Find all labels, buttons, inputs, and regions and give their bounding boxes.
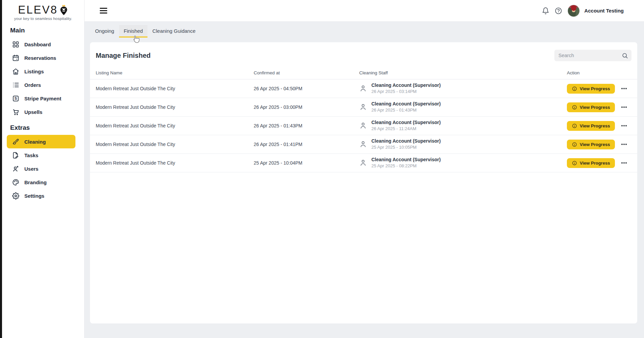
home-icon (12, 68, 19, 75)
view-progress-button[interactable]: View Progress (567, 121, 615, 131)
table-row: Modern Retreat Just Outside The City 26 … (90, 135, 637, 154)
staff-name: Cleaning Account (Supervisor) (371, 101, 441, 107)
sidebar-item-label: Cleaning (24, 139, 46, 145)
column-header-confirmed-at: Confirmed at (254, 70, 359, 75)
sidebar-item-label: Stripe Payment (24, 96, 61, 101)
info-icon (572, 161, 577, 166)
tab-cleaning-guidance[interactable]: Cleaning Guidance (147, 25, 200, 38)
action-cell: View Progress (567, 158, 630, 168)
search-input[interactable] (558, 53, 622, 58)
sidebar-item-orders[interactable]: Orders (7, 78, 75, 92)
column-header-cleaning-staff: Cleaning Staff (359, 70, 567, 75)
row-more-button[interactable] (621, 142, 627, 147)
row-more-button[interactable] (621, 123, 627, 128)
sidebar-item-label: Listings (24, 69, 44, 74)
table-row: Modern Retreat Just Outside The City 26 … (90, 117, 637, 135)
sidebar-item-label: Branding (24, 179, 47, 185)
staff-time: 26 Apr 2025 - 11:24AM (371, 126, 441, 132)
user-plus-icon (12, 165, 19, 172)
sidebar-item-dashboard[interactable]: Dashboard (7, 38, 75, 51)
table-header: Listing Name Confirmed at Cleaning Staff… (90, 67, 637, 79)
row-more-button[interactable] (621, 104, 627, 110)
user-icon (359, 140, 367, 148)
column-header-action: Action (567, 70, 630, 75)
confirmed-at-cell: 26 Apr 2025 - 04:50PM (254, 86, 359, 91)
staff-name: Cleaning Account (Supervisor) (371, 82, 441, 89)
staff-name: Cleaning Account (Supervisor) (371, 120, 441, 126)
sidebar-item-users[interactable]: Users (7, 162, 75, 175)
sidebar-heading-main: Main (10, 27, 84, 34)
listing-name-cell: Modern Retreat Just Outside The City (96, 86, 254, 91)
action-cell: View Progress (567, 140, 630, 149)
sidebar-item-settings[interactable]: Settings (7, 189, 75, 202)
sidebar-item-branding[interactable]: Branding (7, 175, 75, 189)
staff-time: 26 Apr 2025 - 03:14PM (371, 89, 441, 95)
sidebar-section-extras: Extras Cleaning Tasks Users Branding Set… (2, 124, 84, 202)
view-progress-button[interactable]: View Progress (567, 102, 615, 112)
action-cell: View Progress (567, 102, 630, 112)
app-root: ELEV8 your key to seamless hospitality. … (0, 0, 644, 338)
listing-name-cell: Modern Retreat Just Outside The City (96, 123, 254, 128)
sidebar-item-label: Orders (24, 82, 41, 88)
info-icon (572, 105, 577, 110)
help-icon[interactable] (555, 7, 562, 15)
manage-finished-card: Manage Finished Listing Name Confirmed a… (90, 42, 637, 323)
notifications-bell-icon[interactable] (542, 7, 549, 15)
staff-time: 25 Apr 2025 - 08:22PM (371, 163, 441, 169)
tab-ongoing[interactable]: Ongoing (90, 25, 119, 38)
confirmed-at-cell: 26 Apr 2025 - 01:43PM (254, 123, 359, 128)
hamburger-menu-button[interactable] (100, 8, 107, 14)
search-box (554, 50, 631, 61)
staff-name: Cleaning Account (Supervisor) (371, 157, 441, 163)
confirmed-at-cell: 25 Apr 2025 - 10:04PM (254, 160, 359, 166)
cleaning-staff-cell: Cleaning Account (Supervisor) 25 Apr 202… (359, 138, 567, 150)
content-area: Ongoing Finished Cleaning Guidance Manag… (85, 22, 644, 338)
action-cell: View Progress (567, 121, 630, 131)
staff-name: Cleaning Account (Supervisor) (371, 138, 441, 144)
staff-time: 25 Apr 2025 - 10:05PM (371, 145, 441, 150)
user-icon (359, 122, 367, 129)
brand-logo: ELEV8 your key to seamless hospitality. (2, 0, 84, 21)
cart-icon (12, 108, 19, 116)
user-icon (359, 103, 367, 111)
brand-name: ELEV8 (18, 3, 58, 16)
cleaning-staff-cell: Cleaning Account (Supervisor) 25 Apr 202… (359, 157, 567, 169)
sidebar-item-label: Upsells (24, 109, 42, 115)
sidebar-section-main: Main Dashboard Reservations Listings Ord… (2, 27, 84, 119)
topbar: Account Testing (85, 0, 644, 22)
sidebar-item-reservations[interactable]: Reservations (7, 51, 75, 65)
broom-icon (12, 138, 19, 145)
sidebar-item-tasks[interactable]: Tasks (7, 148, 75, 162)
stripe-icon: S (12, 95, 19, 102)
user-icon (359, 159, 367, 167)
cleaning-staff-cell: Cleaning Account (Supervisor) 26 Apr 202… (359, 120, 567, 131)
listing-name-cell: Modern Retreat Just Outside The City (96, 104, 254, 110)
tab-finished[interactable]: Finished (119, 25, 148, 38)
list-icon (12, 81, 19, 89)
view-progress-button[interactable]: View Progress (567, 84, 615, 94)
user-icon (359, 84, 367, 92)
listing-name-cell: Modern Retreat Just Outside The City (96, 142, 254, 147)
sidebar-item-listings[interactable]: Listings (7, 65, 75, 78)
sidebar-item-upsells[interactable]: Upsells (7, 105, 75, 119)
row-more-button[interactable] (621, 160, 627, 166)
sidebar-heading-extras: Extras (10, 124, 84, 131)
search-icon[interactable] (622, 52, 628, 59)
page-title: Manage Finished (96, 52, 151, 59)
row-more-button[interactable] (621, 86, 627, 91)
tab-bar: Ongoing Finished Cleaning Guidance (90, 25, 637, 38)
action-cell: View Progress (567, 84, 630, 94)
sidebar-item-stripe-payment[interactable]: S Stripe Payment (7, 92, 75, 105)
main-area: Account Testing Ongoing Finished Cleanin… (85, 0, 644, 338)
table-row: Modern Retreat Just Outside The City 26 … (90, 98, 637, 117)
info-icon (572, 123, 577, 128)
gear-icon (12, 192, 19, 199)
view-progress-button[interactable]: View Progress (567, 158, 615, 168)
account-menu[interactable]: Account Testing (568, 5, 624, 17)
brand-pin-icon (59, 4, 68, 16)
confirmed-at-cell: 26 Apr 2025 - 01:41PM (254, 142, 359, 147)
sidebar-item-cleaning[interactable]: Cleaning (7, 135, 75, 148)
view-progress-button[interactable]: View Progress (567, 140, 615, 149)
table-row: Modern Retreat Just Outside The City 25 … (90, 154, 637, 172)
user-name: Account Testing (584, 8, 624, 14)
